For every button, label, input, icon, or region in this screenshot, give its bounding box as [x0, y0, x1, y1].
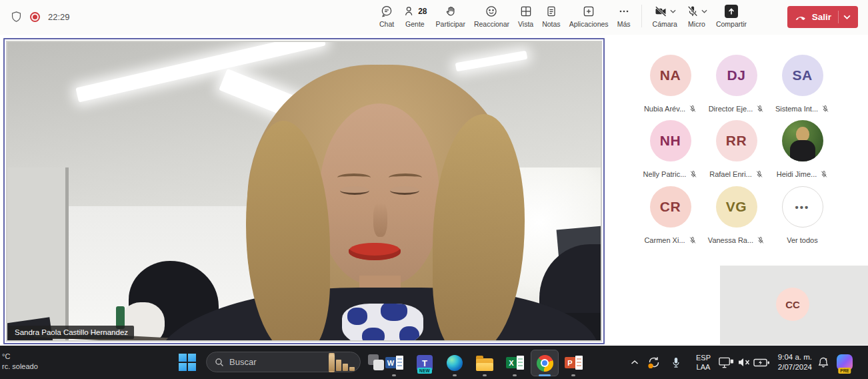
tray-mic-icon — [671, 356, 681, 369]
mic-button[interactable]: Micro — [684, 3, 709, 29]
tray-notifications[interactable]: z — [816, 346, 831, 379]
stairs-art — [343, 364, 348, 371]
running-indicator — [513, 374, 517, 376]
stairs-art — [349, 367, 355, 371]
participant-tile[interactable]: Heidi Jime... — [769, 120, 835, 178]
meeting-toolbar: Chat 28 Gente Participar Reaccionar Vist… — [377, 3, 749, 29]
raise-hand-button[interactable]: Participar — [434, 3, 467, 29]
taskbar-app-chrome[interactable] — [535, 354, 554, 372]
running-indicator — [453, 374, 457, 376]
taskbar-app-powerpoint[interactable]: P — [564, 354, 583, 372]
mic-off-icon — [686, 5, 699, 18]
tray-language-switcher[interactable]: ESPLAA — [691, 346, 716, 379]
participant-tile[interactable]: DJ Director Eje... — [703, 55, 769, 113]
react-button[interactable]: Reaccionar — [472, 3, 511, 29]
apps-button[interactable]: Aplicaciones — [567, 3, 611, 29]
see-all-participants[interactable]: ••• Ver todos — [769, 186, 835, 244]
running-indicator — [392, 374, 396, 376]
battery-charging-icon — [753, 358, 770, 367]
speaker-eye — [390, 186, 419, 195]
bell-sleep-icon: z — [817, 356, 829, 368]
recording-indicator — [30, 12, 40, 22]
task-view-button[interactable] — [368, 354, 384, 370]
mic-muted-icon — [821, 105, 829, 113]
taskbar-app-excel[interactable]: X — [505, 354, 524, 372]
weather-widget[interactable]: °C rc. soleado — [2, 352, 38, 372]
camera-button[interactable]: Cámara — [651, 3, 679, 29]
chrome-icon — [537, 355, 553, 372]
participant-tile[interactable]: VG Vanessa Ra... — [703, 186, 769, 244]
participant-tile[interactable]: NA Nubia Arév... — [637, 55, 703, 113]
door-panel — [7, 167, 69, 340]
participant-tile[interactable]: CR Carmen Xi... — [637, 186, 703, 244]
camera-chevron-down-icon[interactable] — [670, 9, 676, 13]
search-input[interactable] — [229, 357, 303, 367]
stairs-art — [336, 360, 341, 371]
speaker-scarf — [342, 304, 423, 340]
more-dots-icon — [617, 5, 631, 18]
share-button[interactable]: Compartir — [714, 3, 749, 29]
search-icon — [215, 358, 224, 367]
notes-button[interactable]: Notas — [540, 3, 562, 29]
avatar-photo — [782, 120, 823, 161]
windows-logo-icon — [188, 363, 196, 371]
participant-tile[interactable]: RR Rafael Enri... — [703, 120, 769, 178]
speaker-video-tile[interactable]: Sandra Paola Castillo Hernandez — [3, 38, 605, 344]
mic-muted-icon — [689, 105, 697, 113]
leave-chevron-down-icon[interactable] — [843, 15, 851, 19]
tray-show-hidden-icons[interactable] — [628, 346, 641, 379]
taskbar-search[interactable] — [206, 352, 361, 372]
chat-button[interactable]: Chat — [377, 3, 396, 29]
mic-chevron-down-icon[interactable] — [701, 9, 707, 13]
monitor-plug-icon — [719, 356, 734, 369]
view-button[interactable]: Vista — [516, 3, 535, 29]
more-button[interactable]: Más — [615, 3, 633, 29]
see-all-label: Ver todos — [787, 236, 817, 244]
running-indicator — [571, 374, 575, 376]
column-art — [329, 354, 335, 371]
view-grid-icon — [519, 5, 533, 18]
overflow-avatar: ••• — [782, 186, 823, 228]
raised-hand-icon — [444, 5, 457, 18]
meeting-topbar: 22:29 Chat 28 Gente Participar Reacciona… — [0, 0, 868, 35]
clock-date: 2/07/2024 — [768, 362, 812, 372]
participant-name: Heidi Jime... — [777, 170, 817, 178]
word-icon: W — [385, 355, 403, 371]
teams-new-badge: NEW — [417, 368, 432, 374]
add-apps-icon — [582, 5, 595, 18]
desktop-screen: 22:29 Chat 28 Gente Participar Reacciona… — [0, 0, 868, 379]
notes-icon — [545, 5, 558, 18]
video-scene — [7, 42, 601, 340]
search-highlight-image[interactable] — [329, 354, 355, 371]
tray-volume[interactable] — [736, 346, 752, 379]
excel-icon: X — [506, 355, 524, 371]
cc-avatar: CC — [776, 288, 809, 321]
participant-tile[interactable]: NH Nelly Patric... — [637, 120, 703, 178]
participant-video-tile-cc[interactable]: CC — [720, 266, 868, 345]
tray-network[interactable] — [717, 346, 735, 379]
keyboard-layout: LAA — [696, 362, 711, 372]
meeting-timer: 22:29 — [48, 12, 70, 22]
camera-off-icon — [653, 5, 668, 18]
taskbar-app-teams[interactable]: TNEW — [415, 354, 434, 372]
taskbar-app-file-explorer[interactable] — [475, 354, 494, 372]
participant-tile[interactable]: SA Sistema Int... — [769, 55, 835, 113]
file-explorer-icon — [476, 358, 493, 371]
tray-microphone[interactable] — [669, 346, 683, 379]
smiley-icon — [485, 5, 498, 18]
tray-sync-status[interactable] — [645, 346, 663, 379]
copilot-button[interactable]: PRE — [835, 346, 855, 379]
weather-condition: rc. soleado — [2, 362, 38, 372]
taskbar-app-word[interactable]: W — [385, 354, 403, 372]
taskbar-app-edge[interactable] — [445, 354, 464, 372]
avatar: VG — [716, 186, 757, 228]
people-button[interactable]: 28 Gente — [401, 3, 429, 29]
participant-name: Nelly Patric... — [643, 170, 687, 178]
running-indicator — [483, 374, 487, 376]
start-button[interactable] — [179, 354, 196, 371]
photo-person-head — [796, 127, 809, 141]
mic-muted-icon — [820, 170, 828, 178]
leave-button[interactable]: Salir — [787, 6, 858, 28]
tray-clock[interactable]: 9:04 a. m.2/07/2024 — [768, 346, 812, 379]
participant-name: Vanessa Ra... — [708, 236, 753, 244]
